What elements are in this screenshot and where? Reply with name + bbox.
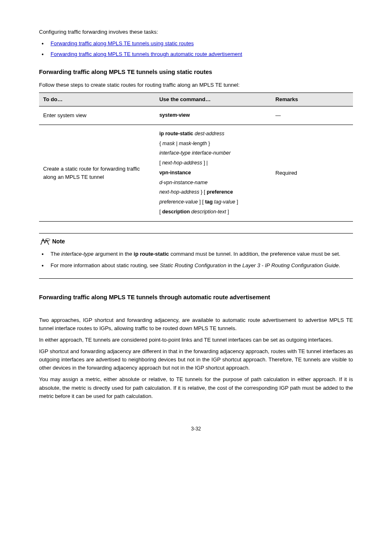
cell-remarks-2: Required bbox=[271, 125, 353, 221]
page-number: 3-32 bbox=[39, 425, 353, 433]
arg-nexthop: next-hop-address bbox=[162, 160, 202, 166]
sep-open2: [ bbox=[159, 209, 161, 215]
note-1-pre: The bbox=[51, 251, 61, 257]
note-2-mid: in the bbox=[226, 262, 242, 268]
auto-p1: Two approaches, IGP shortcut and forward… bbox=[39, 316, 353, 333]
arg-masklen: mask-length bbox=[179, 141, 207, 146]
table-header-todo: To do… bbox=[39, 93, 155, 106]
kw-vpn: vpn-instance bbox=[159, 170, 191, 176]
auto-p4: You may assign a metric, either absolute… bbox=[39, 375, 353, 400]
static-routes-lead: Follow these steps to create static rout… bbox=[39, 81, 353, 89]
arg-desc: description-text bbox=[191, 209, 226, 215]
sep-brace-open: { bbox=[159, 141, 161, 146]
sep-brk-close: ] | bbox=[203, 160, 208, 166]
note-item-2: For more information about static routin… bbox=[39, 261, 353, 271]
intro-lead: Configuring traffic forwarding involves … bbox=[39, 28, 353, 36]
arg-dest: dest-address bbox=[195, 131, 224, 136]
note-label: Note bbox=[52, 237, 65, 246]
kw-pref: preference bbox=[207, 189, 233, 195]
link-static-routes[interactable]: Forwarding traffic along MPLS TE tunnels… bbox=[51, 40, 194, 46]
link-auto-advertisement[interactable]: Forwarding traffic along MPLS TE tunnels… bbox=[51, 51, 242, 57]
note-1-post: command must be tunnel. In addition, the… bbox=[169, 251, 340, 257]
arg-nexthop2: next-hop-address bbox=[159, 189, 199, 195]
intro-bullet-list: Forwarding traffic along MPLS TE tunnels… bbox=[39, 39, 353, 58]
cell-todo-2: Create a static route for forwarding tra… bbox=[39, 125, 155, 221]
table-row: Enter system view system-view — bbox=[39, 106, 353, 125]
auto-p3: IGP shortcut and forwarding adjacency ar… bbox=[39, 347, 353, 372]
note-item-1: The interface-type argument in the ip ro… bbox=[39, 249, 353, 259]
kw-iproute: ip route-static bbox=[159, 131, 194, 136]
arg-tagval: tag-value bbox=[214, 199, 235, 205]
note-separator-bottom bbox=[39, 278, 353, 279]
sep-close2: ] bbox=[228, 209, 229, 215]
arg-mask: mask bbox=[162, 141, 175, 146]
sep-mid: ] [ bbox=[199, 199, 203, 205]
note-1-arg: interface-type bbox=[61, 251, 94, 257]
note-list: The interface-type argument in the ip ro… bbox=[39, 249, 353, 271]
sep-brk-open: [ bbox=[159, 160, 161, 166]
table-header-command: Use the command… bbox=[155, 93, 272, 106]
sep-brace-close: } bbox=[208, 141, 210, 146]
sep-close-brace: } [ bbox=[201, 189, 205, 195]
note-1-mid: argument in the bbox=[94, 251, 134, 257]
table-header-remarks: Remarks bbox=[271, 93, 353, 106]
config-table: To do… Use the command… Remarks Enter sy… bbox=[39, 92, 353, 222]
note-header: Note bbox=[39, 238, 353, 247]
table-row: Create a static route for forwarding tra… bbox=[39, 125, 353, 221]
auto-p2: In either approach, TE tunnels are consi… bbox=[39, 336, 353, 344]
cell-todo-1: Enter system view bbox=[39, 106, 155, 125]
intro-bullet-2: Forwarding traffic along MPLS TE tunnels… bbox=[39, 50, 353, 58]
cell-cmd-1: system-view bbox=[155, 106, 272, 125]
note-icon bbox=[39, 238, 51, 247]
cmd-system-view: system-view bbox=[159, 112, 190, 118]
note-2-post: . bbox=[339, 262, 340, 268]
auto-route-heading: Forwarding traffic along MPLS TE tunnels… bbox=[39, 293, 353, 302]
note-2-ital1: Static Routing Configuration bbox=[160, 262, 226, 268]
note-1-cmd: ip route-static bbox=[134, 251, 169, 257]
static-routes-heading: Forwarding traffic along MPLS TE tunnels… bbox=[39, 67, 353, 76]
arg-dvpn: d-vpn-instance-name bbox=[159, 180, 208, 185]
cell-remarks-1: — bbox=[271, 106, 353, 125]
kw-tag: tag bbox=[205, 199, 213, 205]
kw-desc: description bbox=[162, 209, 190, 215]
note-2-pre: For more information about static routin… bbox=[51, 262, 160, 268]
note-separator-top bbox=[39, 233, 353, 234]
cell-cmd-2: ip route-static dest-address { mask | ma… bbox=[155, 125, 272, 221]
sep-mid2: ] bbox=[237, 199, 238, 205]
arg-prefval: preference-value bbox=[159, 199, 198, 205]
note-2-ital2: Layer 3 - IP Routing Configuration Guide bbox=[242, 262, 339, 268]
arg-ifctype: interface-type interface-number bbox=[159, 150, 231, 156]
intro-bullet-1: Forwarding traffic along MPLS TE tunnels… bbox=[39, 39, 353, 48]
